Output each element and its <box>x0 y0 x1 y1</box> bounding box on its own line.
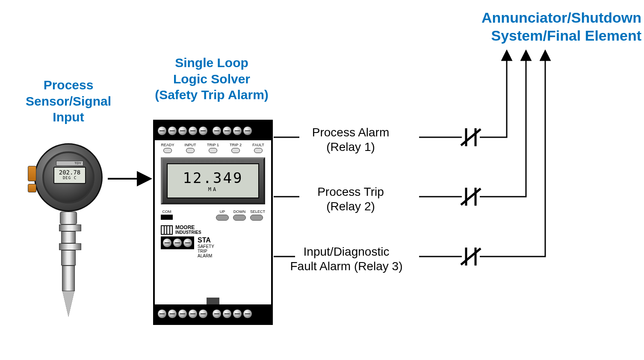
sta-brand-row: MOORE INDUSTRIES <box>155 225 271 235</box>
led-trip2-label: TRIP 2 <box>230 143 242 147</box>
btn-down-label: DOWN <box>233 210 246 214</box>
sensor-lug <box>28 166 36 181</box>
btn-up[interactable] <box>216 215 229 221</box>
svg-line-9 <box>461 129 481 145</box>
led-input-label: INPUT <box>185 143 196 147</box>
svg-line-12 <box>461 189 481 205</box>
sensor-lcd: 202.78 DEG C <box>53 167 86 184</box>
sta-led-row: READY INPUT TRIP 1 TRIP 2 FAULT <box>155 140 271 154</box>
process-sensor-device: TDY 202.78 DEG C <box>30 143 107 317</box>
led-fault <box>254 148 263 153</box>
relay2-label: Process Trip(Relay 2) <box>282 185 419 213</box>
led-ready <box>163 148 172 153</box>
com-label: COM <box>161 210 173 214</box>
sta-lcd-value: 12.349 <box>168 169 258 186</box>
brand-top: MOORE <box>175 225 201 230</box>
sensor-probe-tip <box>62 291 74 317</box>
sta-model: STA <box>198 236 211 244</box>
sta-aux-terminals <box>161 236 194 249</box>
led-fault-label: FAULT <box>252 143 264 147</box>
sta-lcd-unit: MA <box>168 186 258 192</box>
btn-down[interactable] <box>233 215 246 221</box>
sensor-heading: ProcessSensor/SignalInput <box>13 77 124 125</box>
led-trip1 <box>209 148 217 153</box>
sta-lcd-frame: 12.349 MA <box>161 157 265 204</box>
sta-device: READY INPUT TRIP 1 TRIP 2 FAULT 12.349 M… <box>153 120 273 325</box>
annunciator-line1: Annunciator/Shutdown <box>428 9 641 27</box>
btn-select-label: SELECT <box>250 210 265 214</box>
com-port[interactable] <box>161 215 173 220</box>
sensor-model-tag: TDY <box>56 161 83 166</box>
sta-top-terminals <box>155 121 271 140</box>
sta-lcd: 12.349 MA <box>167 163 259 198</box>
brand-bottom: INDUSTRIES <box>175 230 201 235</box>
led-input <box>186 148 195 153</box>
solver-heading: Single LoopLogic Solver(Safety Trip Alar… <box>141 55 282 103</box>
btn-up-label: UP <box>216 210 229 214</box>
sensor-head: TDY 202.78 DEG C <box>34 143 103 212</box>
moore-logo-icon <box>161 225 173 235</box>
sta-model-tag: STA SAFETYTRIPALARM <box>198 236 214 258</box>
sta-model-sub: SAFETYTRIPALARM <box>198 244 214 258</box>
sta-button-row: COM UP DOWN SELECT <box>155 208 271 223</box>
svg-line-15 <box>461 248 481 265</box>
led-trip1-label: TRIP 1 <box>207 143 219 147</box>
annunciator-line2: System/Final Element <box>428 27 641 45</box>
sensor-lug <box>28 184 36 192</box>
sensor-reading: 202.78 <box>59 169 81 176</box>
relay1-label: Process Alarm(Relay 1) <box>282 125 419 154</box>
din-rail-tab <box>207 298 219 304</box>
led-ready-label: READY <box>161 143 174 147</box>
sensor-unit: DEG C <box>54 176 85 180</box>
relay3-label: Input/DiagnosticFault Alarm (Relay 3) <box>274 245 419 273</box>
sta-bottom-terminals <box>155 304 271 323</box>
led-trip2 <box>231 148 240 153</box>
btn-select[interactable] <box>250 215 263 221</box>
